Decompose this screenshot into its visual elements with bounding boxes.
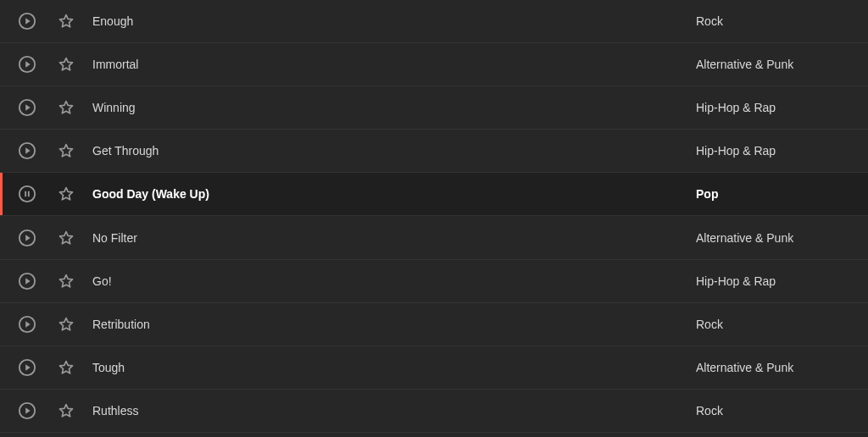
track-title: Go! [86,274,594,288]
play-button[interactable] [8,12,47,30]
star-icon [58,13,75,30]
star-icon [58,185,75,202]
play-button[interactable] [8,55,47,74]
play-button[interactable] [8,229,47,247]
track-genre: Alternative & Punk [594,58,868,71]
favorite-button[interactable] [47,56,86,73]
track-row[interactable]: Good Day (Wake Up)Pop [0,173,868,216]
track-genre: Rock [594,404,868,418]
track-title: Winning [86,101,594,114]
pause-button[interactable] [8,185,47,203]
track-title: Good Day (Wake Up) [86,187,594,201]
play-button[interactable] [8,401,47,420]
play-icon [18,98,36,117]
play-icon [18,401,36,420]
track-title: Enough [86,14,594,28]
track-list: EnoughRockImmortalAlternative & PunkWinn… [0,0,868,433]
favorite-button[interactable] [47,185,86,202]
star-icon [58,316,75,333]
track-title: Tough [86,361,594,374]
star-icon [58,359,75,376]
track-genre: Hip-Hop & Rap [594,274,868,288]
svg-point-4 [19,186,35,202]
play-button[interactable] [8,98,47,117]
track-genre: Pop [594,187,868,201]
favorite-button[interactable] [47,316,86,333]
track-row[interactable]: ImmortalAlternative & Punk [0,43,868,86]
track-genre: Hip-Hop & Rap [594,101,868,114]
track-title: No Filter [86,231,594,245]
track-title: Immortal [86,58,594,71]
star-icon [58,273,75,290]
track-row[interactable]: WinningHip-Hop & Rap [0,86,868,130]
favorite-button[interactable] [47,402,86,419]
play-icon [18,229,36,247]
track-row[interactable]: Go!Hip-Hop & Rap [0,260,868,303]
track-genre: Alternative & Punk [594,231,868,245]
track-row[interactable]: No FilterAlternative & Punk [0,216,868,259]
star-icon [58,142,75,159]
pause-icon [18,185,36,203]
star-icon [58,56,75,73]
play-button[interactable] [8,272,47,290]
track-title: Get Through [86,144,594,158]
favorite-button[interactable] [47,230,86,246]
track-row[interactable]: RetributionRock [0,303,868,346]
track-title: Ruthless [86,404,594,418]
favorite-button[interactable] [47,13,86,30]
track-row[interactable]: RuthlessRock [0,390,868,433]
play-icon [18,55,36,74]
now-playing-indicator [0,173,3,215]
track-title: Retribution [86,318,594,331]
play-icon [18,358,36,377]
star-icon [58,99,75,116]
track-genre: Rock [594,14,868,28]
play-button[interactable] [8,141,47,160]
play-icon [18,12,36,30]
play-button[interactable] [8,358,47,377]
star-icon [58,402,75,419]
favorite-button[interactable] [47,273,86,290]
favorite-button[interactable] [47,99,86,116]
play-icon [18,272,36,290]
star-icon [58,230,75,246]
track-genre: Hip-Hop & Rap [594,144,868,158]
favorite-button[interactable] [47,359,86,376]
track-genre: Rock [594,318,868,331]
track-row[interactable]: Get ThroughHip-Hop & Rap [0,130,868,173]
play-icon [18,141,36,160]
play-icon [18,315,36,334]
play-button[interactable] [8,315,47,334]
track-row[interactable]: ToughAlternative & Punk [0,346,868,390]
favorite-button[interactable] [47,142,86,159]
track-row[interactable]: EnoughRock [0,0,868,43]
track-genre: Alternative & Punk [594,361,868,374]
